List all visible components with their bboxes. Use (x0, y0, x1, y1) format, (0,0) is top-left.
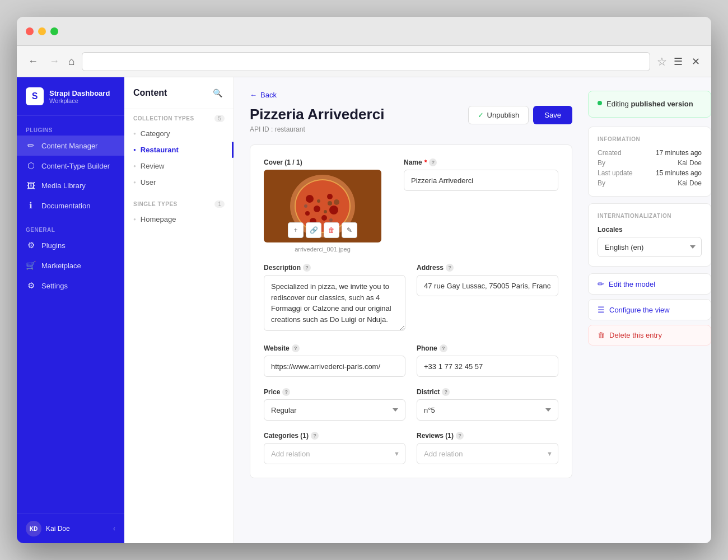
plugins-section-label: PLUGINS (17, 123, 124, 136)
image-delete-button[interactable]: 🗑 (324, 222, 339, 238)
sidebar-collapse-icon[interactable]: ‹ (113, 525, 115, 533)
phone-input[interactable] (417, 356, 558, 377)
active-indicator (232, 142, 234, 158)
categories-relation-select[interactable]: Add relation (264, 443, 405, 464)
bookmark-button[interactable]: ☆ (657, 55, 667, 68)
sidebar-item-content-manager[interactable]: ✏ Content Manager (17, 136, 124, 156)
name-input[interactable] (404, 170, 558, 191)
sidebar-item-label: Marketplace (41, 262, 81, 270)
status-text-before: Editing (606, 100, 631, 108)
by-value2: Kai Doe (637, 179, 702, 187)
nav-item-label: Homepage (141, 215, 176, 223)
district-info-icon[interactable]: ? (442, 388, 450, 396)
titlebar (17, 17, 711, 46)
single-types-count: 1 (214, 200, 225, 208)
nav-item-label: User (141, 178, 156, 186)
bullet-icon: ● (133, 217, 136, 222)
address-info-icon[interactable]: ? (446, 264, 454, 272)
content-search-button[interactable]: 🔍 (211, 86, 225, 100)
sidebar-item-documentation[interactable]: ℹ Documentation (17, 195, 124, 216)
window-close-button[interactable]: ✕ (689, 53, 702, 70)
sidebar-item-content-type-builder[interactable]: ⬡ Content-Type Builder (17, 156, 124, 176)
home-button[interactable]: ⌂ (68, 55, 75, 68)
image-add-button[interactable]: + (288, 222, 304, 238)
status-badge: Editing published version (588, 91, 711, 118)
bullet-icon: ● (133, 164, 136, 169)
configure-view-link[interactable]: ☰ Configure the view (588, 299, 711, 320)
svg-point-9 (305, 211, 310, 216)
user-avatar: KD (26, 521, 41, 536)
sidebar-item-label: Content Manager (41, 142, 97, 150)
by-key1: By (598, 159, 633, 167)
internationalization-section: INTERNATIONALIZATION Locales English (en… (588, 203, 711, 267)
svg-point-12 (317, 199, 320, 203)
name-info-icon[interactable]: ? (429, 158, 437, 166)
cover-name-row: Cover (1 / 1) (264, 158, 558, 253)
browser-menu-button[interactable]: ☰ (674, 55, 683, 68)
collection-types-label: COLLECTION TYPES (133, 115, 194, 122)
back-label: Back (260, 91, 277, 99)
close-button[interactable] (26, 27, 34, 35)
locale-select[interactable]: English (en) French (fr) German (de) (598, 237, 702, 257)
nav-item-homepage[interactable]: ● Homepage (124, 211, 234, 227)
image-edit-button[interactable]: ✎ (342, 222, 357, 238)
save-button[interactable]: Save (533, 106, 572, 124)
app-window: ← → ⌂ ☆ ☰ ✕ S Strapi Dashboard Workplace… (17, 17, 711, 543)
information-section: INFORMATION Created 17 minutes ago By Ka… (588, 127, 711, 197)
sidebar-item-marketplace[interactable]: 🛒 Marketplace (17, 255, 124, 276)
desc-address-row: Description ? Specialized in pizza, we i… (264, 264, 558, 333)
delete-entry-button[interactable]: 🗑 Delete this entry (588, 325, 711, 346)
cover-container: + 🔗 🗑 ✎ arrivederci_001.jpeg (264, 170, 381, 253)
unpublish-button[interactable]: ✓ Unpublish (468, 106, 529, 124)
sidebar-item-label: Plugins (41, 241, 66, 250)
price-select[interactable]: Regular Cheap Affordable Expensive (264, 399, 405, 421)
minimize-button[interactable] (38, 27, 46, 35)
back-link[interactable]: ← Back (250, 91, 277, 99)
description-info-icon[interactable]: ? (303, 264, 311, 272)
categories-info-icon[interactable]: ? (311, 432, 319, 440)
brand-sub: Workplace (49, 97, 110, 104)
address-input[interactable] (417, 275, 558, 296)
phone-info-icon[interactable]: ? (440, 344, 447, 352)
info-grid: Created 17 minutes ago By Kai Doe Last u… (598, 149, 702, 187)
nav-item-review[interactable]: ● Review (124, 158, 234, 174)
sidebar-item-label: Settings (41, 282, 68, 290)
single-types-label: SINGLE TYPES (133, 201, 178, 207)
marketplace-icon: 🛒 (26, 260, 36, 270)
collection-types-count: 5 (214, 115, 225, 122)
forward-nav-button[interactable]: → (47, 53, 62, 69)
price-group: Price ? Regular Cheap Affordable Expensi… (264, 388, 405, 421)
reviews-relation-select[interactable]: Add relation (417, 443, 558, 464)
description-input[interactable]: Specialized in pizza, we invite you to r… (264, 275, 405, 331)
name-group: Name * ? (404, 158, 558, 253)
reviews-info-icon[interactable]: ? (456, 432, 464, 440)
edit-model-link[interactable]: ✏ Edit the model (588, 273, 711, 295)
user-name: Kai Doe (46, 525, 109, 533)
content-type-builder-icon: ⬡ (26, 161, 36, 171)
sidebar-item-settings[interactable]: ⚙ Settings (17, 276, 124, 296)
delete-entry-label: Delete this entry (609, 331, 662, 339)
back-nav-button[interactable]: ← (26, 53, 40, 69)
nav-item-category[interactable]: ● Category (124, 125, 234, 142)
cover-label: Cover (1 / 1) (264, 158, 393, 166)
district-group: District ? n°5 n°1 n°2 n°3 n°4 (417, 388, 558, 421)
url-input[interactable] (82, 52, 650, 71)
nav-item-user[interactable]: ● User (124, 174, 234, 190)
nav-item-label: Review (141, 162, 165, 170)
maximize-button[interactable] (50, 27, 58, 35)
sidebar-brand: S Strapi Dashboard Workplace (17, 77, 124, 116)
nav-item-label: Category (141, 129, 170, 138)
categories-label: Categories (1) ? (264, 432, 405, 440)
district-select[interactable]: n°5 n°1 n°2 n°3 n°4 (417, 399, 558, 421)
image-link-button[interactable]: 🔗 (306, 222, 321, 238)
sidebar-item-plugins[interactable]: ⚙ Plugins (17, 235, 124, 255)
nav-item-restaurant[interactable]: ● Restaurant (124, 142, 234, 158)
delete-icon: 🗑 (598, 331, 605, 339)
website-info-icon[interactable]: ? (292, 344, 300, 352)
website-input[interactable] (264, 356, 405, 377)
single-types-header: SINGLE TYPES 1 (124, 195, 234, 211)
plugins-icon: ⚙ (26, 240, 36, 250)
price-info-icon[interactable]: ? (282, 388, 290, 396)
bullet-icon: ● (133, 180, 136, 185)
sidebar-item-media-library[interactable]: 🖼 Media Library (17, 176, 124, 195)
